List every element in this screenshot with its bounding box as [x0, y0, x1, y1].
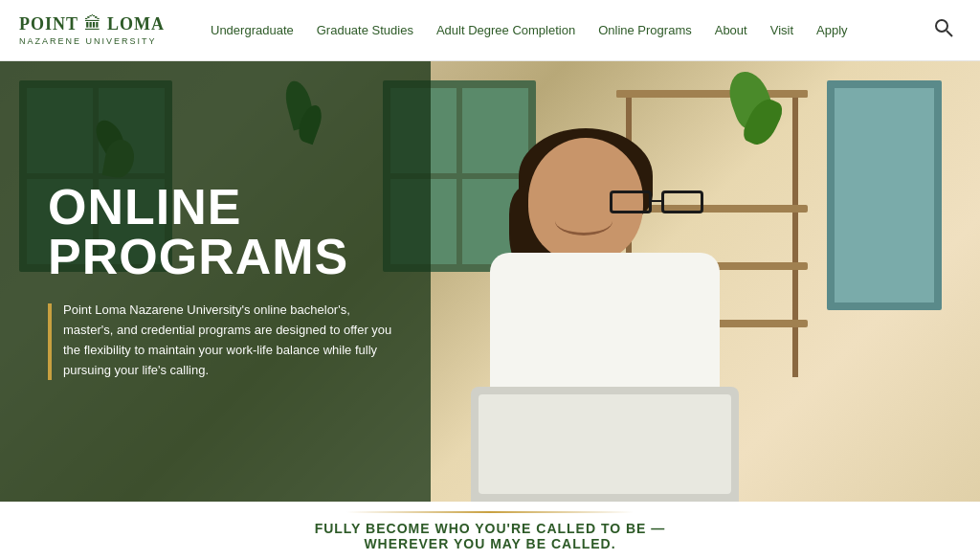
hero-section: ONLINE PROGRAMS Point Loma Nazarene Univ…: [0, 61, 980, 502]
logo-building-icon: 🏛: [84, 14, 101, 34]
hero-description: Point Loma Nazarene University's online …: [48, 301, 392, 380]
glasses: [610, 190, 715, 213]
hero-title: ONLINE PROGRAMS: [48, 182, 392, 281]
description-accent-bar: [48, 303, 52, 380]
hero-person: [402, 100, 808, 502]
nav-apply[interactable]: Apply: [807, 19, 858, 41]
search-button[interactable]: [926, 14, 961, 46]
svg-point-0: [936, 20, 947, 32]
person-head: [528, 138, 643, 262]
hero-title-line2: PROGRAMS: [48, 232, 392, 281]
logo-point: POINT: [19, 14, 78, 34]
nav-visit[interactable]: Visit: [761, 19, 803, 41]
laptop: [471, 387, 739, 502]
bottom-tagline: FULLY BECOME WHO YOU'RE CALLED TO BE — W…: [315, 521, 666, 551]
logo-subtitle: NAZARENE UNIVERSITY: [19, 36, 157, 46]
logo-loma: LOMA: [107, 14, 165, 34]
search-icon: [934, 18, 953, 37]
bottom-divider: [346, 511, 634, 513]
nav-about[interactable]: About: [705, 19, 757, 41]
svg-line-1: [947, 31, 952, 36]
hero-content: ONLINE PROGRAMS Point Loma Nazarene Univ…: [0, 61, 431, 502]
hero-desc-text: Point Loma Nazarene University's online …: [63, 301, 392, 380]
hero-title-line1: ONLINE: [48, 182, 392, 232]
main-nav: Undergraduate Graduate Studies Adult Deg…: [201, 19, 926, 41]
logo[interactable]: POINT 🏛 LOMA NAZARENE UNIVERSITY: [19, 14, 172, 46]
site-header: POINT 🏛 LOMA NAZARENE UNIVERSITY Undergr…: [0, 0, 980, 61]
tagline-line2: WHEREVER YOU MAY BE CALLED.: [315, 536, 666, 551]
window-right: [827, 80, 942, 310]
person-figure: [452, 138, 758, 502]
nav-undergraduate[interactable]: Undergraduate: [201, 19, 303, 41]
nav-adult-degree-completion[interactable]: Adult Degree Completion: [427, 19, 585, 41]
nav-online-programs[interactable]: Online Programs: [589, 19, 702, 41]
nav-graduate-studies[interactable]: Graduate Studies: [307, 19, 423, 41]
tagline-line1: FULLY BECOME WHO YOU'RE CALLED TO BE —: [315, 521, 666, 536]
bottom-tagline-section: FULLY BECOME WHO YOU'RE CALLED TO BE — W…: [0, 502, 980, 560]
